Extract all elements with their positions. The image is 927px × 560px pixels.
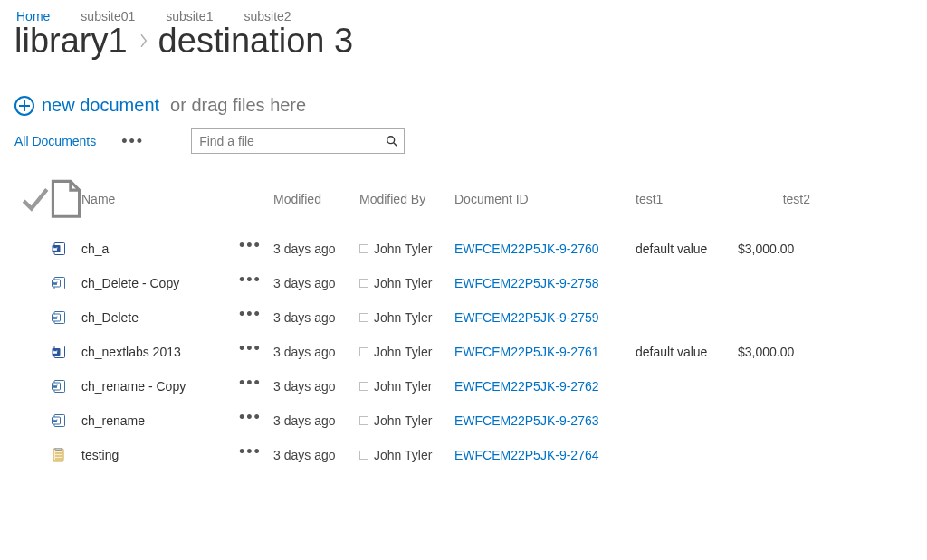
- item-menu-icon[interactable]: •••: [239, 346, 273, 358]
- modified-cell: 3 days ago: [273, 242, 359, 256]
- new-document-row: new document or drag files here: [14, 95, 913, 116]
- library-title[interactable]: library1: [14, 22, 128, 61]
- presence-icon: [359, 244, 368, 253]
- svg-line-1: [394, 143, 397, 147]
- table-rows: ch_a•••3 days agoJohn TylerEWFCEM22P5JK-…: [14, 232, 913, 472]
- column-header-test2[interactable]: test2: [738, 192, 810, 206]
- document-id-cell: EWFCEM22P5JK-9-2759: [454, 310, 636, 325]
- item-menu-icon[interactable]: •••: [239, 414, 273, 427]
- modified-by-cell: John Tyler: [359, 276, 454, 290]
- modified-by-cell: John Tyler: [359, 310, 454, 325]
- modified-by-cell: John Tyler: [359, 413, 454, 428]
- modified-by-cell: John Tyler: [359, 448, 454, 462]
- test2-cell: $3,000.00: [738, 242, 810, 256]
- modified-cell: 3 days ago: [273, 448, 359, 462]
- file-name[interactable]: ch_Delete: [81, 310, 239, 325]
- file-name[interactable]: ch_rename: [81, 413, 239, 428]
- modified-cell: 3 days ago: [273, 276, 359, 290]
- document-id-link[interactable]: EWFCEM22P5JK-9-2760: [454, 242, 599, 256]
- doc-file-icon: [51, 309, 67, 326]
- test1-cell: default value: [636, 242, 738, 256]
- doc-file-icon: [51, 413, 67, 429]
- modified-cell: 3 days ago: [273, 379, 359, 394]
- document-id-link[interactable]: EWFCEM22P5JK-9-2758: [454, 276, 599, 290]
- item-menu-icon[interactable]: •••: [239, 449, 273, 461]
- modified-by-name[interactable]: John Tyler: [374, 242, 432, 256]
- test1-cell: default value: [636, 345, 738, 359]
- modified-by-name[interactable]: John Tyler: [374, 310, 432, 325]
- modified-by-cell: John Tyler: [359, 379, 454, 394]
- table-row[interactable]: testing•••3 days agoJohn TylerEWFCEM22P5…: [14, 438, 913, 472]
- doc-file-icon: [51, 378, 67, 394]
- document-id-cell: EWFCEM22P5JK-9-2761: [454, 345, 636, 359]
- document-id-link[interactable]: EWFCEM22P5JK-9-2764: [454, 448, 599, 462]
- presence-icon: [359, 279, 368, 288]
- document-id-link[interactable]: EWFCEM22P5JK-9-2763: [454, 413, 599, 428]
- file-name[interactable]: ch_a: [81, 242, 239, 256]
- document-id-cell: EWFCEM22P5JK-9-2763: [454, 413, 636, 428]
- document-id-cell: EWFCEM22P5JK-9-2758: [454, 276, 636, 290]
- table-row[interactable]: ch_Delete - Copy•••3 days agoJohn TylerE…: [14, 266, 913, 300]
- view-all-documents[interactable]: All Documents: [14, 134, 96, 148]
- search-icon[interactable]: [381, 130, 403, 152]
- modified-by-name[interactable]: John Tyler: [374, 413, 432, 428]
- document-table: Name Modified Modified By Document ID te…: [14, 179, 913, 472]
- column-header-test1[interactable]: test1: [636, 192, 738, 206]
- presence-icon: [359, 313, 368, 322]
- docx-file-icon: [51, 241, 67, 257]
- document-id-cell: EWFCEM22P5JK-9-2764: [454, 448, 636, 462]
- column-header-modified-by[interactable]: Modified By: [359, 192, 454, 206]
- test2-cell: $3,000.00: [738, 345, 810, 359]
- modified-cell: 3 days ago: [273, 413, 359, 428]
- search-wrap: [191, 128, 405, 154]
- column-header-document-id[interactable]: Document ID: [454, 192, 636, 206]
- presence-icon: [359, 382, 368, 391]
- presence-icon: [359, 347, 368, 356]
- item-menu-icon[interactable]: •••: [239, 311, 273, 324]
- presence-icon: [359, 451, 368, 460]
- table-row[interactable]: ch_Delete•••3 days agoJohn TylerEWFCEM22…: [14, 300, 913, 335]
- views-more-icon[interactable]: •••: [121, 132, 144, 151]
- item-menu-icon[interactable]: •••: [239, 277, 273, 289]
- document-id-link[interactable]: EWFCEM22P5JK-9-2761: [454, 345, 599, 359]
- table-row[interactable]: ch_nextlabs 2013•••3 days agoJohn TylerE…: [14, 335, 913, 369]
- presence-icon: [359, 416, 368, 425]
- document-id-cell: EWFCEM22P5JK-9-2760: [454, 242, 636, 256]
- column-header-modified[interactable]: Modified: [273, 192, 359, 206]
- modified-by-name[interactable]: John Tyler: [374, 345, 432, 359]
- search-input[interactable]: [191, 128, 405, 154]
- doc-file-icon: [51, 275, 67, 291]
- document-id-link[interactable]: EWFCEM22P5JK-9-2762: [454, 379, 599, 394]
- docx-file-icon: [51, 344, 67, 360]
- modified-cell: 3 days ago: [273, 345, 359, 359]
- file-name[interactable]: ch_nextlabs 2013: [81, 345, 239, 359]
- svg-point-0: [387, 137, 395, 144]
- item-menu-icon[interactable]: •••: [239, 242, 273, 255]
- document-id-link[interactable]: EWFCEM22P5JK-9-2759: [454, 310, 599, 325]
- table-row[interactable]: ch_rename•••3 days agoJohn TylerEWFCEM22…: [14, 403, 913, 438]
- note-file-icon: [51, 447, 67, 463]
- modified-cell: 3 days ago: [273, 310, 359, 325]
- folder-title: destination 3: [158, 22, 354, 61]
- file-name[interactable]: ch_Delete - Copy: [81, 276, 239, 290]
- item-menu-icon[interactable]: •••: [239, 380, 273, 393]
- new-document-link[interactable]: new document: [42, 95, 159, 116]
- modified-by-name[interactable]: John Tyler: [374, 379, 432, 394]
- modified-by-cell: John Tyler: [359, 242, 454, 256]
- modified-by-name[interactable]: John Tyler: [374, 276, 432, 290]
- file-name[interactable]: testing: [81, 448, 239, 462]
- select-all-checkbox[interactable]: [14, 184, 51, 214]
- file-type-header-icon[interactable]: [51, 179, 81, 219]
- table-row[interactable]: ch_a•••3 days agoJohn TylerEWFCEM22P5JK-…: [14, 232, 913, 266]
- table-row[interactable]: ch_rename - Copy•••3 days agoJohn TylerE…: [14, 369, 913, 403]
- plus-icon[interactable]: [14, 96, 34, 116]
- page-title-row: library1 destination 3: [14, 22, 913, 61]
- chevron-right-icon: [139, 29, 149, 54]
- column-header-name[interactable]: Name: [81, 192, 239, 206]
- views-row: All Documents •••: [14, 128, 913, 154]
- table-header: Name Modified Modified By Document ID te…: [14, 179, 913, 219]
- new-document-hint: or drag files here: [170, 95, 306, 116]
- modified-by-name[interactable]: John Tyler: [374, 448, 432, 462]
- file-name[interactable]: ch_rename - Copy: [81, 379, 239, 394]
- modified-by-cell: John Tyler: [359, 345, 454, 359]
